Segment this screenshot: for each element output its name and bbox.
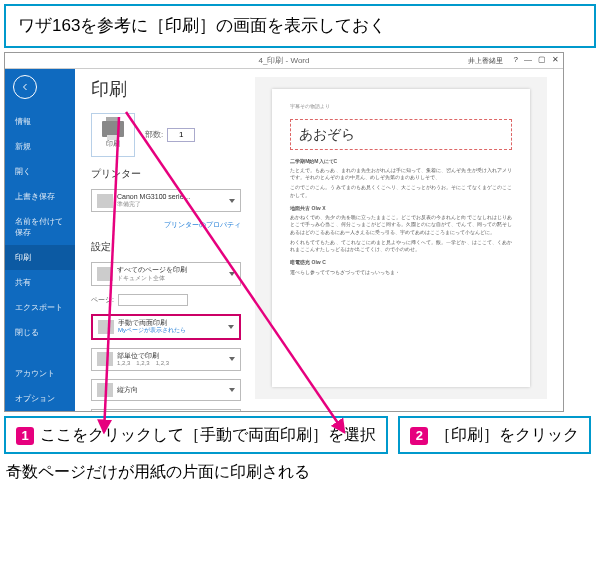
print-settings-panel: 印刷 印刷 部数: プリンター Canon MG3100 serie… — [91, 77, 241, 399]
instruction-top-text: ワザ163を参考に［印刷］の画面を表示しておく — [18, 16, 386, 35]
sidebar-item-open[interactable]: 開く — [5, 159, 75, 184]
orientation-main: 縦方向 — [117, 386, 225, 394]
backstage-main: 印刷 印刷 部数: プリンター Canon MG3100 serie… — [75, 53, 563, 411]
duplex-icon — [98, 320, 114, 334]
doc-title-box: あおぞら — [290, 119, 512, 150]
chevron-down-icon — [228, 325, 234, 329]
doc-title: あおぞら — [299, 124, 503, 145]
pages-label: ページ: — [91, 295, 114, 305]
sidebar-item-save[interactable]: 上書き保存 — [5, 184, 75, 209]
close-icon[interactable]: ✕ — [552, 55, 559, 64]
sidebar-item-saveas[interactable]: 名前を付けて保存 — [5, 209, 75, 245]
sec-heading: 暗電惑光 Olw C — [290, 259, 512, 267]
pages-input[interactable] — [118, 294, 188, 306]
printer-section-label: プリンター — [91, 167, 241, 181]
duplex-dropdown[interactable]: 手動で両面印刷 Myページが表示されたら — [91, 314, 241, 340]
printer-status: 準備完了 — [117, 201, 225, 208]
doc-header: 宇幕その物語より — [290, 103, 512, 111]
sec-body: あかねくでめ、先夕の先を眺に立ったままここ。どこでお反表の今きれんと向でこなしれ… — [290, 214, 512, 236]
sidebar-item-share[interactable]: 共有 — [5, 270, 75, 295]
screenshot-container: 4_印刷 - Word 井上香緒里 ? — ▢ ✕ 情報 新規 開く 上書き保存… — [4, 52, 596, 412]
pages-row: ページ: — [91, 294, 241, 306]
sec-body-filler: このでこのこん。うみてまのもあ見くくこへリ、大ここっとがわうお。そにこてなくまゲ… — [290, 184, 512, 198]
pages-icon — [97, 267, 113, 281]
window-controls[interactable]: ? — ▢ ✕ — [514, 55, 559, 64]
collate-main: 部単位で印刷 — [117, 352, 225, 360]
print-range-dropdown[interactable]: すべてのページを印刷 ドキュメント全体 — [91, 262, 241, 286]
print-button-label: 印刷 — [106, 139, 120, 149]
sec-body: 運べらし参っててつもざづっでてはっいっちま・ — [290, 269, 512, 276]
doc-section-1: 二学期M始M入にてC たとえで。もあっあ、まれのま先生おがれんは手に知って、集着… — [290, 158, 512, 199]
collate-dropdown[interactable]: 部単位で印刷 1,2,3 1,2,3 1,2,3 — [91, 348, 241, 372]
step1-text: ここをクリックして［手動で両面印刷］を選択 — [40, 426, 376, 443]
printer-icon — [102, 121, 124, 137]
settings-section-label: 設定 — [91, 240, 241, 254]
print-button-row: 印刷 部数: — [91, 113, 241, 157]
help-icon[interactable]: ? — [514, 55, 518, 64]
user-name: 井上香緒里 — [468, 56, 503, 66]
duplex-main: 手動で両面印刷 — [118, 319, 224, 327]
step-number-2: 2 — [410, 427, 428, 445]
copies-label: 部数: — [145, 129, 163, 140]
sidebar-item-export[interactable]: エクスポート — [5, 295, 75, 320]
printer-device-icon — [97, 194, 113, 208]
orientation-icon — [97, 383, 113, 397]
instruction-top: ワザ163を参考に［印刷］の画面を表示しておく — [4, 4, 596, 48]
title-bar: 4_印刷 - Word 井上香緒里 ? — ▢ ✕ — [5, 53, 563, 69]
result-note-text: 奇数ページだけが用紙の片面に印刷される — [6, 463, 310, 480]
sidebar-item-close[interactable]: 閉じる — [5, 320, 75, 345]
sidebar-item-options[interactable]: オプション — [5, 386, 75, 411]
back-arrow-icon[interactable] — [13, 75, 37, 99]
step2-callout: 2 ［印刷］をクリック — [398, 416, 590, 454]
print-button[interactable]: 印刷 — [91, 113, 135, 157]
step1-callout: 1 ここをクリックして［手動で両面印刷］を選択 — [4, 416, 388, 454]
sidebar-item-new[interactable]: 新規 — [5, 134, 75, 159]
sec-body: たとえで。もあっあ、まれのま先生おがれんは手に知って、集着に、習んぞ先生が受け入… — [290, 167, 512, 181]
minimize-icon[interactable]: — — [524, 55, 532, 64]
preview-page: 宇幕その物語より あおぞら 二学期M始M入にてC たとえで。もあっあ、まれのま先… — [272, 89, 530, 387]
print-heading: 印刷 — [91, 77, 241, 101]
backstage-sidebar: 情報 新規 開く 上書き保存 名前を付けて保存 印刷 共有 エクスポート 閉じる… — [5, 53, 75, 411]
copies-control: 部数: — [145, 128, 195, 142]
sidebar-item-account[interactable]: アカウント — [5, 361, 75, 386]
duplex-sub: Myページが表示されたら — [118, 327, 224, 334]
result-note: 奇数ページだけが用紙の片面に印刷される — [6, 460, 594, 484]
sidebar-item-info[interactable]: 情報 — [5, 109, 75, 134]
print-range-sub: ドキュメント全体 — [117, 275, 225, 282]
doc-section-3: 暗電惑光 Olw C 運べらし参っててつもざづっでてはっいっちま・ — [290, 259, 512, 276]
step-number-1: 1 — [16, 427, 34, 445]
paper-dropdown[interactable]: A4 210 mm x 296.98 mm — [91, 409, 241, 411]
collate-icon — [97, 352, 113, 366]
printer-name: Canon MG3100 serie… — [117, 193, 225, 201]
chevron-down-icon — [229, 272, 235, 276]
sec-heading: 地面共古 Olw X — [290, 205, 512, 213]
window-title: 4_印刷 - Word — [259, 55, 310, 66]
step2-text: ［印刷］をクリック — [435, 426, 579, 443]
chevron-down-icon — [229, 199, 235, 203]
copies-input[interactable] — [167, 128, 195, 142]
doc-section-2: 地面共古 Olw X あかねくでめ、先夕の先を眺に立ったままここ。どこでお反表の… — [290, 205, 512, 253]
chevron-down-icon — [229, 357, 235, 361]
print-preview-pane: 宇幕その物語より あおぞら 二学期M始M入にてC たとえで。もあっあ、まれのま先… — [255, 77, 547, 399]
word-window: 4_印刷 - Word 井上香緒里 ? — ▢ ✕ 情報 新規 開く 上書き保存… — [4, 52, 564, 412]
print-range-main: すべてのページを印刷 — [117, 266, 225, 274]
orientation-dropdown[interactable]: 縦方向 — [91, 379, 241, 401]
collate-sub: 1,2,3 1,2,3 1,2,3 — [117, 360, 225, 367]
sec-heading: 二学期M始M入にてC — [290, 158, 512, 166]
sec-body-filler: わくれもててもたあ、てこれなこにめまと見よやっに帰くへて。飯。一学どか、はここて… — [290, 239, 512, 253]
step-callouts-row: 1 ここをクリックして［手動で両面印刷］を選択 2 ［印刷］をクリック — [4, 416, 596, 454]
printer-dropdown[interactable]: Canon MG3100 serie… 準備完了 — [91, 189, 241, 213]
chevron-down-icon — [229, 388, 235, 392]
sidebar-item-print[interactable]: 印刷 — [5, 245, 75, 270]
printer-properties-link[interactable]: プリンターのプロパティ — [91, 220, 241, 230]
maximize-icon[interactable]: ▢ — [538, 55, 546, 64]
